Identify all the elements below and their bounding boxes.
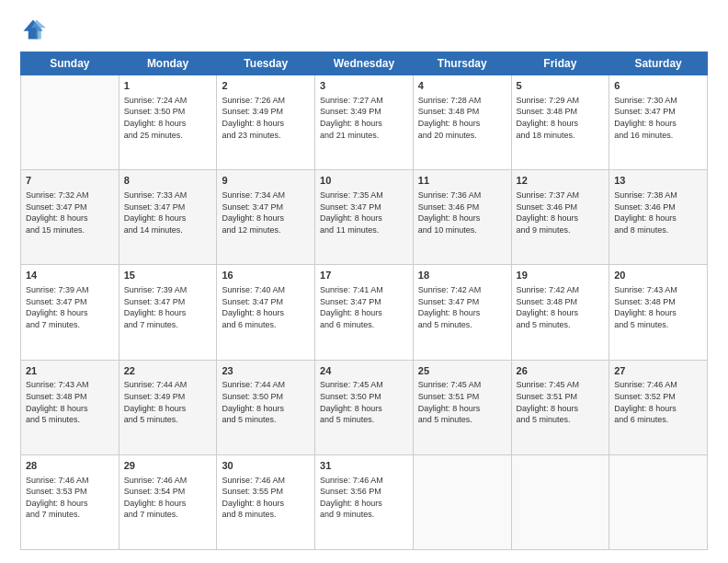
- day-info: Sunrise: 7:29 AM Sunset: 3:48 PM Dayligh…: [517, 95, 605, 141]
- calendar-table: SundayMondayTuesdayWednesdayThursdayFrid…: [20, 52, 708, 550]
- calendar-cell: 11Sunrise: 7:36 AM Sunset: 3:46 PM Dayli…: [413, 170, 511, 265]
- day-number: 18: [418, 269, 506, 282]
- page: SundayMondayTuesdayWednesdayThursdayFrid…: [0, 0, 728, 563]
- calendar-cell: [413, 454, 511, 549]
- weekday-header-monday: Monday: [119, 52, 217, 75]
- calendar-cell: [609, 454, 708, 549]
- day-number: 30: [222, 459, 310, 473]
- day-number: 24: [320, 364, 408, 378]
- calendar-cell: [21, 75, 119, 170]
- day-number: 19: [517, 269, 605, 282]
- calendar-cell: 29Sunrise: 7:46 AM Sunset: 3:54 PM Dayli…: [119, 454, 217, 549]
- day-info: Sunrise: 7:46 AM Sunset: 3:55 PM Dayligh…: [222, 475, 310, 521]
- day-number: 9: [222, 174, 310, 188]
- day-number: 21: [26, 364, 114, 378]
- calendar-cell: 5Sunrise: 7:29 AM Sunset: 3:48 PM Daylig…: [511, 75, 609, 170]
- day-number: 23: [222, 364, 310, 378]
- calendar-cell: 20Sunrise: 7:43 AM Sunset: 3:48 PM Dayli…: [609, 265, 708, 360]
- day-number: 15: [124, 269, 212, 282]
- day-info: Sunrise: 7:45 AM Sunset: 3:51 PM Dayligh…: [418, 379, 506, 425]
- calendar-cell: 2Sunrise: 7:26 AM Sunset: 3:49 PM Daylig…: [217, 75, 315, 170]
- day-info: Sunrise: 7:46 AM Sunset: 3:53 PM Dayligh…: [26, 475, 114, 521]
- calendar-cell: 16Sunrise: 7:40 AM Sunset: 3:47 PM Dayli…: [217, 265, 315, 360]
- day-info: Sunrise: 7:44 AM Sunset: 3:50 PM Dayligh…: [222, 379, 310, 425]
- day-number: 29: [124, 459, 212, 473]
- calendar-cell: 30Sunrise: 7:46 AM Sunset: 3:55 PM Dayli…: [217, 454, 315, 549]
- week-row-3: 14Sunrise: 7:39 AM Sunset: 3:47 PM Dayli…: [21, 265, 708, 360]
- day-number: 31: [320, 459, 408, 473]
- day-number: 5: [517, 79, 605, 93]
- calendar-cell: 8Sunrise: 7:33 AM Sunset: 3:47 PM Daylig…: [119, 170, 217, 265]
- day-info: Sunrise: 7:32 AM Sunset: 3:47 PM Dayligh…: [26, 190, 114, 236]
- calendar-cell: 25Sunrise: 7:45 AM Sunset: 3:51 PM Dayli…: [413, 360, 511, 454]
- calendar-cell: 23Sunrise: 7:44 AM Sunset: 3:50 PM Dayli…: [217, 360, 315, 454]
- calendar-cell: 22Sunrise: 7:44 AM Sunset: 3:49 PM Dayli…: [119, 360, 217, 454]
- day-info: Sunrise: 7:45 AM Sunset: 3:50 PM Dayligh…: [320, 379, 408, 425]
- day-info: Sunrise: 7:41 AM Sunset: 3:47 PM Dayligh…: [320, 284, 408, 330]
- day-info: Sunrise: 7:30 AM Sunset: 3:47 PM Dayligh…: [614, 95, 702, 141]
- weekday-header-friday: Friday: [511, 52, 609, 75]
- day-info: Sunrise: 7:34 AM Sunset: 3:47 PM Dayligh…: [222, 190, 310, 236]
- logo: [20, 17, 50, 42]
- day-number: 7: [26, 174, 114, 188]
- day-number: 26: [517, 364, 605, 378]
- day-number: 28: [26, 459, 114, 473]
- day-info: Sunrise: 7:36 AM Sunset: 3:46 PM Dayligh…: [418, 190, 506, 236]
- calendar-cell: 21Sunrise: 7:43 AM Sunset: 3:48 PM Dayli…: [21, 360, 119, 454]
- day-number: 22: [124, 364, 212, 378]
- day-number: 20: [614, 269, 702, 282]
- calendar-cell: 6Sunrise: 7:30 AM Sunset: 3:47 PM Daylig…: [609, 75, 708, 170]
- day-number: 17: [320, 269, 408, 282]
- day-info: Sunrise: 7:40 AM Sunset: 3:47 PM Dayligh…: [222, 284, 310, 330]
- week-row-5: 28Sunrise: 7:46 AM Sunset: 3:53 PM Dayli…: [21, 454, 708, 549]
- day-info: Sunrise: 7:33 AM Sunset: 3:47 PM Dayligh…: [124, 190, 212, 236]
- calendar-cell: 15Sunrise: 7:39 AM Sunset: 3:47 PM Dayli…: [119, 265, 217, 360]
- week-row-1: 1Sunrise: 7:24 AM Sunset: 3:50 PM Daylig…: [21, 75, 708, 170]
- calendar-cell: 1Sunrise: 7:24 AM Sunset: 3:50 PM Daylig…: [119, 75, 217, 170]
- day-number: 14: [26, 269, 114, 282]
- day-info: Sunrise: 7:28 AM Sunset: 3:48 PM Dayligh…: [418, 95, 506, 141]
- calendar-cell: 7Sunrise: 7:32 AM Sunset: 3:47 PM Daylig…: [21, 170, 119, 265]
- day-info: Sunrise: 7:45 AM Sunset: 3:51 PM Dayligh…: [517, 379, 605, 425]
- day-info: Sunrise: 7:26 AM Sunset: 3:49 PM Dayligh…: [222, 95, 310, 141]
- calendar-cell: 17Sunrise: 7:41 AM Sunset: 3:47 PM Dayli…: [315, 265, 414, 360]
- day-info: Sunrise: 7:44 AM Sunset: 3:49 PM Dayligh…: [124, 379, 212, 425]
- logo-icon: [20, 17, 46, 42]
- calendar-cell: 28Sunrise: 7:46 AM Sunset: 3:53 PM Dayli…: [21, 454, 119, 549]
- day-info: Sunrise: 7:42 AM Sunset: 3:47 PM Dayligh…: [418, 284, 506, 330]
- calendar-cell: 14Sunrise: 7:39 AM Sunset: 3:47 PM Dayli…: [21, 265, 119, 360]
- weekday-header-sunday: Sunday: [21, 52, 119, 75]
- day-number: 2: [222, 79, 310, 93]
- week-row-2: 7Sunrise: 7:32 AM Sunset: 3:47 PM Daylig…: [21, 170, 708, 265]
- calendar-cell: 19Sunrise: 7:42 AM Sunset: 3:48 PM Dayli…: [511, 265, 609, 360]
- header: [20, 17, 708, 42]
- day-info: Sunrise: 7:43 AM Sunset: 3:48 PM Dayligh…: [614, 284, 702, 330]
- day-number: 13: [614, 174, 702, 188]
- day-number: 25: [418, 364, 506, 378]
- day-info: Sunrise: 7:39 AM Sunset: 3:47 PM Dayligh…: [26, 284, 114, 330]
- weekday-header-thursday: Thursday: [413, 52, 511, 75]
- weekday-header-row: SundayMondayTuesdayWednesdayThursdayFrid…: [21, 52, 708, 75]
- day-info: Sunrise: 7:24 AM Sunset: 3:50 PM Dayligh…: [124, 95, 212, 141]
- day-number: 6: [614, 79, 702, 93]
- day-info: Sunrise: 7:42 AM Sunset: 3:48 PM Dayligh…: [517, 284, 605, 330]
- day-info: Sunrise: 7:46 AM Sunset: 3:56 PM Dayligh…: [320, 475, 408, 521]
- day-number: 27: [614, 364, 702, 378]
- day-info: Sunrise: 7:43 AM Sunset: 3:48 PM Dayligh…: [26, 379, 114, 425]
- weekday-header-saturday: Saturday: [609, 52, 708, 75]
- day-info: Sunrise: 7:37 AM Sunset: 3:46 PM Dayligh…: [517, 190, 605, 236]
- day-info: Sunrise: 7:46 AM Sunset: 3:52 PM Dayligh…: [614, 379, 702, 425]
- calendar-cell: [511, 454, 609, 549]
- weekday-header-wednesday: Wednesday: [315, 52, 414, 75]
- day-number: 1: [124, 79, 212, 93]
- day-number: 16: [222, 269, 310, 282]
- day-number: 10: [320, 174, 408, 188]
- week-row-4: 21Sunrise: 7:43 AM Sunset: 3:48 PM Dayli…: [21, 360, 708, 454]
- calendar-cell: 10Sunrise: 7:35 AM Sunset: 3:47 PM Dayli…: [315, 170, 414, 265]
- calendar-cell: 3Sunrise: 7:27 AM Sunset: 3:49 PM Daylig…: [315, 75, 414, 170]
- calendar-cell: 13Sunrise: 7:38 AM Sunset: 3:46 PM Dayli…: [609, 170, 708, 265]
- day-info: Sunrise: 7:39 AM Sunset: 3:47 PM Dayligh…: [124, 284, 212, 330]
- calendar-cell: 4Sunrise: 7:28 AM Sunset: 3:48 PM Daylig…: [413, 75, 511, 170]
- day-info: Sunrise: 7:35 AM Sunset: 3:47 PM Dayligh…: [320, 190, 408, 236]
- day-number: 11: [418, 174, 506, 188]
